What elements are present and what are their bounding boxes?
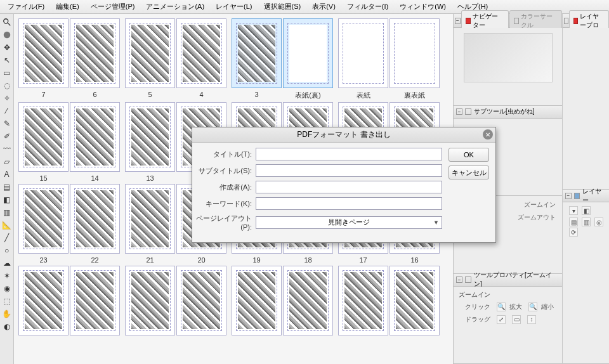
shrink-icon[interactable]: 🔍 bbox=[528, 302, 537, 311]
label-layout: ページレイアウト(P): bbox=[196, 214, 256, 231]
menu-window[interactable]: ウィンドウ(W) bbox=[395, 1, 451, 13]
page-thumbnail[interactable] bbox=[338, 266, 388, 335]
navigator-icon bbox=[466, 18, 471, 24]
menu-selection[interactable]: 選択範囲(S) bbox=[259, 1, 306, 13]
eyedropper-icon[interactable]: ⁄ bbox=[1, 105, 13, 117]
move-icon[interactable]: ✥ bbox=[1, 42, 13, 53]
drag-opt1-icon[interactable]: ⤢ bbox=[497, 315, 506, 324]
layer-toolbar2: ▤ ▥ ◎ ⟳ bbox=[565, 216, 606, 238]
collapse-icon[interactable] bbox=[564, 18, 568, 24]
page-thumbnail[interactable] bbox=[283, 266, 333, 335]
collapse-icon[interactable]: − bbox=[455, 18, 461, 24]
drag-opt2-icon[interactable]: ▭ bbox=[512, 315, 521, 324]
select-page-layout[interactable]: 見開きページ ▼ bbox=[256, 216, 442, 229]
page-thumbnail[interactable] bbox=[125, 102, 175, 172]
hand-icon[interactable]: ✋ bbox=[1, 308, 13, 320]
shape-icon[interactable]: ○ bbox=[1, 245, 13, 256]
frame-icon[interactable]: ▥ bbox=[1, 207, 13, 218]
pencil-icon[interactable]: ✐ bbox=[1, 131, 13, 142]
toolprop-title: ズームイン bbox=[456, 289, 560, 301]
select-page-layout-value: 見開きページ bbox=[328, 218, 370, 227]
ruler-icon[interactable]: 📐 bbox=[1, 219, 13, 231]
tab-navigator-label: ナビゲーター bbox=[473, 12, 504, 30]
page-thumbnail[interactable] bbox=[70, 266, 120, 335]
page-thumbnail-label: 54 bbox=[124, 89, 227, 98]
decorate-icon[interactable]: ✶ bbox=[1, 270, 13, 282]
page-thumbnail[interactable] bbox=[232, 18, 282, 88]
menu-layer[interactable]: レイヤー(L) bbox=[211, 1, 257, 13]
page-thumbnail[interactable] bbox=[70, 184, 120, 254]
collapse-icon[interactable]: − bbox=[456, 276, 462, 283]
cursor-icon[interactable]: ↖ bbox=[1, 55, 13, 66]
page-thumbnail[interactable] bbox=[18, 18, 69, 88]
layer-btn1[interactable]: ▾ bbox=[569, 206, 578, 215]
chevron-down-icon: ▼ bbox=[433, 219, 439, 226]
navigator-preview[interactable] bbox=[464, 33, 553, 82]
layer-btn4[interactable]: ▥ bbox=[582, 218, 591, 226]
layer-btn6[interactable]: ⟳ bbox=[569, 228, 578, 237]
page-thumbnail[interactable] bbox=[232, 266, 282, 335]
layerprop-panel bbox=[563, 28, 609, 190]
text-icon[interactable]: A bbox=[1, 169, 13, 180]
page-thumbnail[interactable] bbox=[390, 266, 440, 335]
tone-icon[interactable] bbox=[1, 29, 13, 41]
tone2-icon[interactable]: ◐ bbox=[1, 321, 13, 332]
close-icon[interactable]: ✕ bbox=[483, 129, 493, 140]
input-title[interactable] bbox=[256, 148, 442, 160]
menu-filter[interactable]: フィルター(I) bbox=[342, 1, 393, 13]
layer-btn2[interactable]: ◧ bbox=[582, 206, 591, 215]
page-thumbnail[interactable] bbox=[390, 18, 440, 88]
page-thumbnail[interactable] bbox=[18, 102, 69, 172]
menu-animation[interactable]: アニメーション(A) bbox=[141, 1, 209, 13]
cancel-button[interactable]: キャンセル bbox=[449, 166, 489, 179]
collapse-icon[interactable]: − bbox=[565, 193, 572, 199]
page-thumbnail[interactable] bbox=[125, 266, 175, 335]
page-thumbnail[interactable] bbox=[338, 18, 388, 88]
page-thumbnail[interactable] bbox=[18, 266, 69, 335]
balloon-icon[interactable]: ☁ bbox=[1, 257, 13, 269]
layer-btn5[interactable]: ◎ bbox=[594, 218, 603, 226]
blend-icon[interactable]: ⬚ bbox=[1, 296, 13, 307]
page-thumbnail[interactable] bbox=[70, 18, 120, 88]
subtool-header: − サブツール[虫めがね] bbox=[454, 106, 562, 119]
layers-icon bbox=[574, 193, 580, 199]
page-thumbnail[interactable] bbox=[18, 184, 69, 254]
menu-view[interactable]: 表示(V) bbox=[307, 1, 341, 13]
input-author[interactable] bbox=[256, 181, 442, 193]
blur-icon[interactable]: ◉ bbox=[1, 283, 13, 294]
layer-btn3[interactable]: ▤ bbox=[569, 218, 578, 226]
page-thumbnail[interactable] bbox=[125, 184, 175, 254]
label-subtitle: サブタイトル(S): bbox=[196, 166, 256, 176]
eraser-icon[interactable]: ▱ bbox=[1, 156, 13, 167]
page-thumbnail[interactable] bbox=[125, 18, 175, 88]
ok-button[interactable]: OK bbox=[449, 148, 489, 162]
page-thumbnail-label: 表紙裏表紙 bbox=[337, 89, 440, 100]
layer-toolbar: ▾ ◧ bbox=[565, 205, 606, 216]
input-subtitle[interactable] bbox=[256, 164, 442, 177]
page-thumbnail-label bbox=[124, 336, 227, 338]
wand-icon[interactable]: ✧ bbox=[1, 93, 13, 104]
line-icon[interactable]: ╱ bbox=[1, 232, 13, 244]
drag-opt3-icon[interactable]: ↕ bbox=[527, 315, 536, 324]
marquee-icon[interactable]: ▭ bbox=[1, 67, 13, 79]
page-thumbnail[interactable] bbox=[283, 18, 333, 88]
collapse-icon[interactable]: − bbox=[456, 108, 462, 115]
page-thumbnail-label: 2322 bbox=[18, 254, 121, 264]
menu-edit[interactable]: 編集(E) bbox=[51, 1, 84, 13]
svg-point-2 bbox=[3, 32, 10, 39]
gradient-icon[interactable]: ▤ bbox=[1, 181, 13, 193]
magnify-icon[interactable] bbox=[1, 16, 13, 28]
input-keyword[interactable] bbox=[256, 197, 442, 210]
fill-icon[interactable]: ◧ bbox=[1, 194, 13, 205]
page-thumbnail[interactable] bbox=[176, 18, 226, 88]
layerprop-tabstrip: レイヤープロ bbox=[563, 14, 609, 28]
lasso-icon[interactable]: ◌ bbox=[1, 80, 13, 91]
menu-file[interactable]: ファイル(F) bbox=[3, 1, 49, 13]
page-thumbnail[interactable] bbox=[176, 266, 226, 335]
enlarge-icon[interactable]: 🔍 bbox=[497, 302, 506, 311]
dialog-titlebar[interactable]: PDFフォーマット 書き出し ✕ bbox=[192, 127, 495, 143]
brush-icon[interactable]: 〰 bbox=[1, 143, 13, 155]
menu-page[interactable]: ページ管理(P) bbox=[86, 1, 140, 13]
pen-icon[interactable]: ✎ bbox=[1, 118, 13, 129]
page-thumbnail[interactable] bbox=[70, 102, 120, 172]
